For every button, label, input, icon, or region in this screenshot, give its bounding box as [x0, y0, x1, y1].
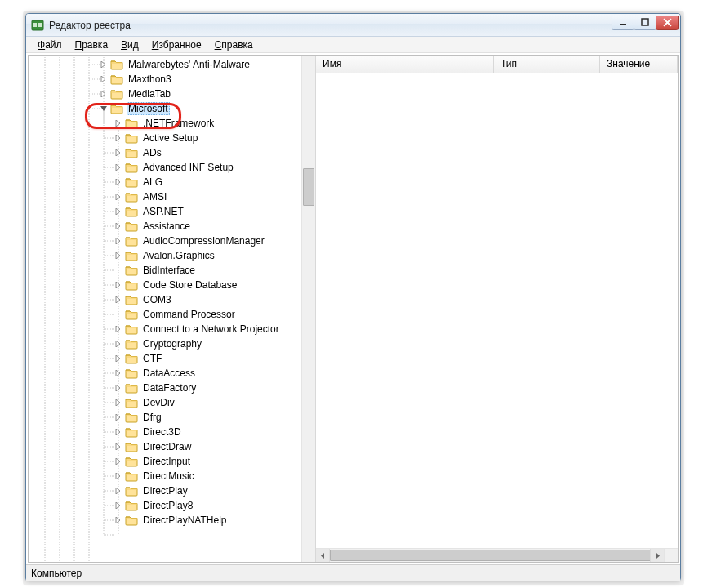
menu-view[interactable]: Вид: [114, 38, 145, 52]
expander-icon[interactable]: [113, 501, 123, 510]
tree-item-selected[interactable]: Microsoft: [29, 101, 301, 116]
expander-icon[interactable]: [113, 515, 123, 525]
tree-item[interactable]: DirectDraw: [29, 439, 301, 454]
expander-icon[interactable]: [113, 148, 123, 158]
expander-icon[interactable]: [113, 207, 123, 216]
expander-icon[interactable]: [113, 310, 123, 319]
expander-icon[interactable]: [113, 339, 123, 349]
expander-icon[interactable]: [113, 192, 123, 202]
titlebar[interactable]: Редактор реестра: [26, 14, 680, 37]
expander-icon[interactable]: [99, 74, 109, 84]
values-pane: Имя Тип Значение: [316, 56, 678, 562]
tree-item[interactable]: BidInterface: [29, 263, 301, 278]
expander-icon[interactable]: [99, 60, 109, 69]
tree-item[interactable]: DirectPlay8: [29, 498, 301, 513]
tree-item[interactable]: Assistance: [29, 219, 301, 234]
tree-item[interactable]: COM3: [29, 292, 301, 307]
tree-item[interactable]: MediaTab: [29, 87, 301, 101]
column-type[interactable]: Тип: [494, 56, 600, 73]
expander-icon[interactable]: [113, 118, 123, 128]
expander-icon[interactable]: [113, 457, 123, 466]
tree-item[interactable]: Connect to a Network Projector: [29, 322, 301, 336]
scrollbar-thumb[interactable]: [303, 168, 314, 206]
scrollbar-thumb[interactable]: [330, 550, 653, 561]
tree-item[interactable]: CTF: [29, 351, 301, 366]
tree-item-label: Maxthon3: [127, 74, 173, 85]
tree-item[interactable]: DataAccess: [29, 366, 301, 381]
tree-item[interactable]: Cryptography: [29, 336, 301, 351]
expander-icon[interactable]: [113, 486, 123, 496]
maximize-button[interactable]: [634, 16, 656, 30]
folder-icon: [125, 456, 138, 467]
tree-item[interactable]: Avalon.Graphics: [29, 248, 301, 263]
expander-icon[interactable]: [113, 383, 123, 393]
expander-icon[interactable]: [113, 133, 123, 143]
expander-icon[interactable]: [113, 236, 123, 246]
tree-item-label: Avalon.Graphics: [141, 250, 216, 261]
scrollbar-corner: [664, 549, 678, 562]
tree-item[interactable]: Code Store Database: [29, 278, 301, 292]
expander-icon[interactable]: [113, 471, 123, 481]
menu-file[interactable]: Файл: [31, 38, 69, 52]
tree-item-label: Microsoft: [127, 102, 170, 115]
svg-rect-3: [38, 23, 42, 27]
expander-icon[interactable]: [99, 89, 109, 99]
tree-item[interactable]: AudioCompressionManager: [29, 234, 301, 248]
expander-icon[interactable]: [113, 221, 123, 231]
tree-item[interactable]: .NETFramework: [29, 116, 301, 131]
tree-item-label: DirectPlayNATHelp: [141, 514, 228, 526]
tree-item[interactable]: Maxthon3: [29, 72, 301, 87]
scroll-right-button[interactable]: [650, 549, 664, 562]
tree-item[interactable]: Direct3D: [29, 425, 301, 439]
values-list[interactable]: [316, 74, 678, 548]
expander-icon[interactable]: [113, 354, 123, 363]
expander-icon[interactable]: [113, 324, 123, 334]
menu-help[interactable]: Справка: [208, 38, 260, 52]
close-button[interactable]: [656, 16, 679, 30]
expander-icon[interactable]: [113, 265, 123, 275]
expander-icon[interactable]: [99, 104, 109, 114]
tree-item[interactable]: DirectMusic: [29, 469, 301, 483]
tree-item[interactable]: Active Setup: [29, 131, 301, 145]
tree-item[interactable]: ALG: [29, 175, 301, 189]
tree-vertical-scrollbar[interactable]: [301, 56, 315, 562]
menu-edit[interactable]: Правка: [69, 38, 115, 52]
tree-item[interactable]: DirectPlay: [29, 483, 301, 498]
tree-item[interactable]: Advanced INF Setup: [29, 160, 301, 175]
folder-icon: [125, 397, 138, 408]
scroll-left-button[interactable]: [316, 549, 330, 562]
folder-icon: [125, 500, 138, 511]
folder-icon: [125, 323, 138, 335]
tree-item-label: ADs: [141, 147, 163, 158]
minimize-button[interactable]: [612, 16, 634, 30]
tree-item[interactable]: DataFactory: [29, 381, 301, 395]
tree-item[interactable]: ASP.NET: [29, 204, 301, 219]
tree-item[interactable]: Command Processor: [29, 307, 301, 322]
registry-tree[interactable]: Malwarebytes' Anti-MalwareMaxthon3MediaT…: [29, 56, 301, 562]
folder-icon: [125, 220, 138, 232]
tree-item[interactable]: Dfrg: [29, 410, 301, 425]
column-value[interactable]: Значение: [600, 56, 678, 73]
column-headers: Имя Тип Значение: [316, 56, 678, 74]
expander-icon[interactable]: [113, 368, 123, 378]
expander-icon[interactable]: [113, 163, 123, 172]
tree-item[interactable]: DevDiv: [29, 395, 301, 410]
tree-item-label: Advanced INF Setup: [141, 162, 235, 173]
tree-item[interactable]: DirectPlayNATHelp: [29, 513, 301, 528]
expander-icon[interactable]: [113, 398, 123, 408]
tree-item[interactable]: ADs: [29, 145, 301, 160]
expander-icon[interactable]: [113, 251, 123, 261]
expander-icon[interactable]: [113, 177, 123, 187]
expander-icon[interactable]: [113, 295, 123, 305]
expander-icon[interactable]: [113, 412, 123, 422]
tree-item-label: Assistance: [141, 220, 192, 232]
column-name[interactable]: Имя: [316, 56, 494, 73]
expander-icon[interactable]: [113, 280, 123, 290]
menu-favorites[interactable]: Избранное: [145, 38, 208, 52]
tree-item[interactable]: Malwarebytes' Anti-Malware: [29, 57, 301, 72]
tree-item[interactable]: DirectInput: [29, 454, 301, 469]
expander-icon[interactable]: [113, 442, 123, 452]
expander-icon[interactable]: [113, 427, 123, 437]
tree-item[interactable]: AMSI: [29, 189, 301, 204]
values-horizontal-scrollbar[interactable]: [316, 548, 678, 562]
